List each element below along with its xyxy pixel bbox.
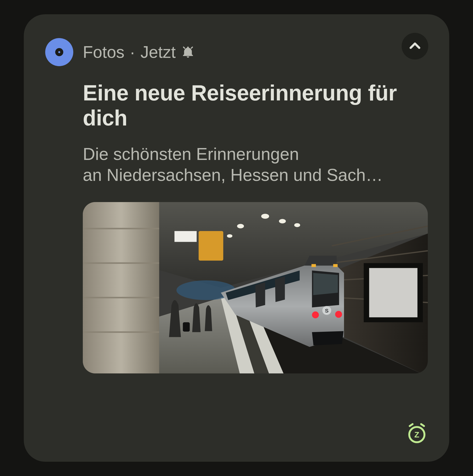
google-photos-icon	[45, 38, 73, 66]
time-label: Jetzt	[141, 43, 176, 62]
svg-point-35	[335, 311, 342, 318]
snooze-button[interactable]: Z	[405, 422, 428, 445]
svg-line-45	[410, 424, 413, 426]
svg-point-0	[58, 51, 60, 53]
svg-rect-24	[199, 231, 223, 261]
notification-outer: Fotos · Jetzt Eine neue Reiseerinnerung …	[0, 0, 473, 476]
separator-dot: ·	[130, 43, 135, 62]
svg-marker-32	[255, 283, 265, 308]
notification-body: Die schönsten Erinnerungen an Niedersach…	[83, 144, 428, 186]
svg-point-20	[237, 224, 244, 228]
notification-body-line1: Die schönsten Erinnerungen	[83, 144, 428, 165]
svg-text:Z: Z	[414, 430, 420, 439]
chevron-up-icon	[408, 39, 421, 53]
svg-text:S: S	[325, 307, 329, 314]
bell-icon	[181, 46, 195, 59]
svg-marker-33	[275, 276, 285, 302]
svg-point-17	[261, 214, 269, 219]
svg-point-19	[294, 223, 300, 227]
svg-rect-42	[369, 268, 418, 318]
svg-point-21	[227, 235, 233, 238]
svg-rect-36	[311, 264, 316, 267]
notification-content: Eine neue Reiseerinnerung für dich Die s…	[83, 81, 428, 374]
svg-rect-26	[183, 322, 190, 332]
expand-button[interactable]	[402, 33, 428, 60]
app-name-label: Fotos	[83, 43, 124, 62]
notification-card[interactable]: Fotos · Jetzt Eine neue Reiseerinnerung …	[24, 14, 449, 462]
notification-preview-image[interactable]: S	[83, 202, 428, 374]
svg-point-34	[312, 311, 319, 319]
svg-rect-12	[83, 202, 159, 374]
notification-title: Eine neue Reiseerinnerung für dich	[83, 81, 428, 130]
notification-body-line2: an Niedersachsen, Hessen und Sach…	[83, 165, 428, 186]
svg-rect-43	[174, 231, 197, 242]
svg-marker-30	[313, 273, 338, 295]
svg-point-18	[279, 219, 286, 223]
svg-marker-28	[304, 256, 337, 266]
notification-header: Fotos · Jetzt	[45, 38, 428, 66]
svg-marker-40	[312, 331, 344, 346]
svg-rect-37	[333, 264, 338, 267]
notification-header-text: Fotos · Jetzt	[83, 43, 195, 62]
svg-line-46	[421, 424, 424, 426]
